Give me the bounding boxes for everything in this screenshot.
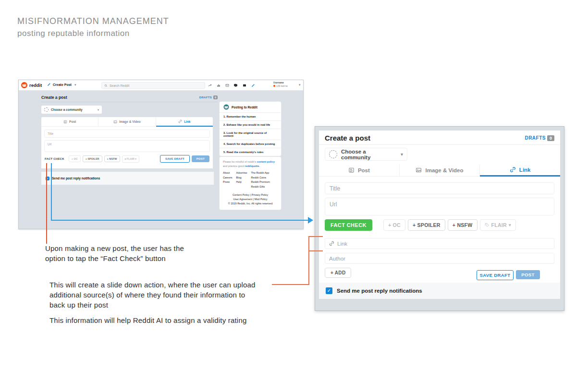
footer-link[interactable]: Careers: [223, 176, 233, 180]
flair-button[interactable]: FLAIR ▾: [480, 219, 516, 231]
annotation-note-2-line3: back up their post: [49, 300, 256, 310]
detail-drafts-count-badge: 0: [547, 135, 554, 141]
detail-community-label: Choose a community: [341, 149, 397, 160]
mini-oc-button[interactable]: + OC: [69, 155, 81, 162]
source-author-field[interactable]: [325, 253, 554, 264]
create-post-menu-label: Create Post: [53, 83, 72, 86]
chevron-down-icon[interactable]: ▾: [74, 83, 76, 87]
link-icon: [329, 241, 334, 246]
reddit-wordmark: reddit: [29, 83, 42, 88]
footer-link[interactable]: Reddit Premium: [251, 180, 270, 185]
user-menu-chevron-icon[interactable]: ▾: [299, 83, 301, 87]
annotation-line-orange-vertical: [308, 236, 309, 285]
footer-link[interactable]: Advertise: [236, 171, 247, 176]
mini-post-form-card: Post Image & Video Link FACT CHECK + OC …: [41, 117, 213, 168]
chevron-down-icon: ▾: [135, 157, 136, 160]
footer-link[interactable]: Reddit Coins: [251, 176, 270, 180]
reddit-logo[interactable]: reddit: [21, 82, 42, 88]
legal-line: © 2019 Reddit, Inc. All rights reserved: [223, 202, 278, 206]
mini-community-dropdown[interactable]: Choose a community ▾: [41, 106, 102, 114]
add-source-button[interactable]: + ADD: [325, 268, 351, 278]
compose-pencil-icon[interactable]: [251, 83, 255, 87]
search-icon: [104, 84, 108, 87]
source-link-field[interactable]: [325, 238, 554, 249]
notifications-checkbox[interactable]: ✓: [326, 287, 332, 294]
footer-link[interactable]: Reddit Gifts: [251, 185, 270, 190]
annotation-line-blue-horizontal: [51, 220, 308, 221]
spoiler-button[interactable]: + SPOILER: [408, 219, 445, 231]
create-post-menu[interactable]: Create Post: [47, 83, 77, 86]
analytics-icon[interactable]: [217, 83, 220, 87]
fact-check-button[interactable]: FACT CHECK: [325, 219, 372, 231]
post-button[interactable]: POST: [516, 270, 540, 279]
content-policy-link[interactable]: content policy: [257, 160, 274, 163]
mini-fact-check-button[interactable]: FACT CHECK: [45, 157, 64, 160]
save-draft-button[interactable]: SAVE DRAFT: [477, 270, 514, 280]
snoo-logo-icon: [21, 82, 27, 88]
policy-note-text: Please be mindful of reddit's: [223, 160, 256, 163]
mini-save-draft-button[interactable]: SAVE DRAFT: [160, 155, 190, 163]
footer-link[interactable]: Blog: [236, 176, 247, 180]
search-bar[interactable]: Search Reddit: [101, 82, 205, 89]
oc-button[interactable]: + OC: [383, 219, 405, 231]
detail-tab-link[interactable]: Link: [480, 164, 560, 177]
mini-tab-bar: Post Image & Video Link: [41, 117, 213, 127]
notifications-label: Send me post reply notifications: [337, 288, 422, 294]
envelope-icon[interactable]: [225, 83, 229, 87]
annotation-note-3-line1: This information will help Reddit AI to …: [49, 315, 247, 325]
trending-icon[interactable]: [208, 83, 212, 87]
detail-tab-post[interactable]: Post: [319, 164, 400, 177]
mini-create-post-heading: Create a post: [41, 95, 67, 100]
annotation-note-1-line2: option to tap the “Fact Check” button: [45, 253, 184, 263]
footer-link[interactable]: About: [223, 171, 233, 176]
mini-tab-post[interactable]: Post: [41, 117, 98, 127]
legal-line[interactable]: User Agreement | Mod Policy: [223, 197, 278, 202]
mail-icon[interactable]: [243, 83, 246, 87]
user-menu[interactable]: Username 139 karma: [273, 82, 288, 87]
mini-flair-button[interactable]: ⬧ FLAIR ▾: [122, 155, 139, 163]
mini-title-input[interactable]: [44, 130, 210, 138]
detail-title-input[interactable]: [325, 182, 554, 194]
chat-icon[interactable]: [234, 83, 238, 87]
mini-tab-link[interactable]: Link: [156, 117, 213, 127]
mini-post-button[interactable]: POST: [192, 155, 209, 162]
rule-item: 5. Read the community's rules: [220, 148, 281, 156]
footer-link-columns: About Careers Press Advertise Blog Help …: [223, 171, 278, 190]
footer-link[interactable]: Press: [223, 180, 233, 185]
detail-tab-image-video[interactable]: Image & Video: [400, 164, 480, 177]
nsfw-button[interactable]: + NSFW: [448, 219, 478, 231]
detail-url-input[interactable]: [325, 198, 554, 215]
mini-spoiler-button[interactable]: + SPOILER: [83, 155, 102, 162]
reddiquette-link[interactable]: reddiquette.: [245, 165, 259, 167]
arrow-right-icon: [308, 217, 313, 224]
detail-drafts-label: DRAFTS: [525, 135, 546, 141]
mini-tab-image-label: Image & Video: [119, 120, 141, 123]
detail-tab-bar: Post Image & Video Link: [319, 164, 560, 177]
detail-community-dropdown[interactable]: Choose a community ▾: [325, 148, 407, 161]
mini-notifications-label: Send me post reply notifications: [52, 177, 100, 180]
rule-item: 4. Search for duplicates before posting: [220, 140, 281, 148]
reddit-window-screenshot: reddit Create Post ▾ Search Reddit Usern…: [18, 80, 304, 229]
mini-post-options-row: FACT CHECK + OC + SPOILER + NSFW ⬧ FLAIR…: [45, 155, 209, 163]
reddit-topbar: reddit Create Post ▾ Search Reddit Usern…: [19, 80, 303, 91]
reddit-footer-card: Please be mindful of reddit's content po…: [219, 156, 282, 210]
footer-link[interactable]: The Reddit App: [251, 171, 270, 176]
mini-drafts-button[interactable]: DRAFTS 0: [199, 95, 218, 99]
legal-line[interactable]: Content Policy | Privacy Policy: [223, 193, 278, 197]
mini-url-input[interactable]: [44, 140, 210, 152]
detail-post-options-row: FACT CHECK + OC + SPOILER + NSFW FLAIR ▾: [325, 219, 554, 231]
detail-drafts-button[interactable]: DRAFTS 0: [525, 135, 554, 141]
chevron-down-icon: ▾: [98, 108, 99, 111]
footer-link[interactable]: Help: [236, 180, 247, 185]
policy-note: Please be mindful of reddit's content po…: [223, 160, 278, 168]
chevron-down-icon: ▾: [401, 152, 403, 157]
detail-notifications-row: ✓ Send me post reply notifications: [319, 283, 560, 299]
divider: [319, 144, 560, 145]
source-link-input[interactable]: [337, 241, 550, 247]
mini-nsfw-button[interactable]: + NSFW: [104, 155, 120, 162]
source-author-input[interactable]: [329, 256, 550, 261]
mini-tab-image-video[interactable]: Image & Video: [98, 117, 156, 127]
karma-icon: [273, 85, 275, 87]
link-icon: [510, 166, 516, 173]
detail-tab-link-label: Link: [519, 167, 531, 173]
